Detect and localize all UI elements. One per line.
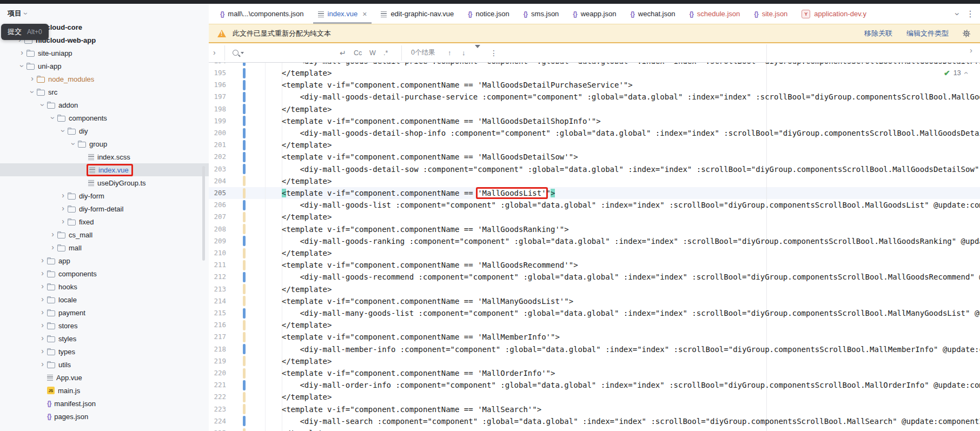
- chevron-expanded-icon[interactable]: ›: [18, 62, 26, 71]
- tree-scrollbar[interactable]: [202, 166, 205, 261]
- code-line-198[interactable]: </template>: [263, 103, 332, 115]
- tab-weapp-json[interactable]: {}weapp.json: [566, 4, 623, 24]
- vcs-change-marker[interactable]: [243, 272, 246, 282]
- vcs-change-marker[interactable]: [243, 428, 246, 431]
- chevron-collapsed-icon[interactable]: ›: [38, 334, 47, 342]
- code-line-220[interactable]: <template v-if="component.componentName …: [263, 367, 555, 379]
- chevron-collapsed-icon[interactable]: ›: [38, 269, 47, 277]
- tree-row-fixed[interactable]: ›fixed: [0, 215, 209, 228]
- tab-schedule-json[interactable]: {}schedule.json: [682, 4, 747, 24]
- code-line-203[interactable]: <diy-mall-goods-detail-sow :component="c…: [263, 163, 980, 175]
- chevron-collapsed-icon[interactable]: ›: [38, 256, 47, 264]
- tree-row-payment[interactable]: ›payment: [0, 306, 209, 319]
- tab-edit-graphic-nav-vue[interactable]: edit-graphic-nav.vue: [374, 4, 461, 24]
- chevron-collapsed-icon[interactable]: ›: [48, 230, 57, 238]
- vcs-change-marker[interactable]: [243, 392, 246, 402]
- vcs-change-marker[interactable]: [243, 416, 246, 426]
- code-line-195[interactable]: </template>: [263, 67, 332, 79]
- tree-row-components[interactable]: ›components: [0, 111, 209, 124]
- vcs-change-marker[interactable]: [243, 212, 246, 222]
- chevron-expanded-icon[interactable]: ›: [59, 127, 67, 136]
- tree-row-hooks[interactable]: ›hooks: [0, 280, 209, 293]
- code-line-212[interactable]: <diy-mall-goods-recommend :component="co…: [263, 271, 980, 283]
- expand-icon[interactable]: ›: [970, 46, 972, 54]
- filter-icon[interactable]: [475, 43, 480, 62]
- project-view-selector[interactable]: 项目 ›: [8, 7, 28, 20]
- tab-wechat-json[interactable]: {}wechat.json: [623, 4, 682, 24]
- tree-row-node-modules[interactable]: ›node_modules: [0, 72, 209, 85]
- vcs-change-marker[interactable]: [243, 332, 246, 342]
- words-toggle[interactable]: W: [369, 43, 376, 62]
- vcs-change-marker[interactable]: [243, 344, 246, 354]
- tab-list-dropdown-icon[interactable]: ›: [952, 12, 961, 15]
- chevron-collapsed-icon[interactable]: ›: [28, 75, 37, 82]
- vcs-change-marker[interactable]: [243, 140, 246, 150]
- regex-toggle[interactable]: .*: [383, 43, 388, 62]
- vcs-change-marker[interactable]: [243, 236, 246, 246]
- tab-index-vue[interactable]: index.vue×: [311, 4, 374, 24]
- tree-row-site-uniapp[interactable]: ›site-uniapp: [0, 47, 209, 59]
- chevron-collapsed-icon[interactable]: ›: [38, 308, 47, 316]
- tree-row-manifest-json[interactable]: {}manifest.json: [0, 397, 209, 410]
- chevron-collapsed-icon[interactable]: ›: [17, 49, 27, 56]
- code-line-223[interactable]: <template v-if="component.componentName …: [263, 403, 541, 415]
- chevron-collapsed-icon[interactable]: ›: [58, 204, 68, 212]
- vcs-change-marker[interactable]: [243, 176, 246, 186]
- edit-file-type-link[interactable]: 编辑文件类型: [906, 29, 949, 38]
- tab-application-dev-y[interactable]: Yapplication-dev.y: [794, 4, 873, 24]
- search-input[interactable]: [233, 43, 244, 62]
- vcs-change-marker[interactable]: [243, 188, 246, 198]
- code-line-206[interactable]: <diy-mall-goods-list :component="compone…: [263, 199, 980, 211]
- code-line-217[interactable]: <template v-if="component.componentName …: [263, 331, 560, 343]
- code-line-202[interactable]: <template v-if="component.componentName …: [263, 151, 578, 163]
- code-line-215[interactable]: <diy-mall-many-goods-list :component="co…: [263, 307, 980, 319]
- code-line-197[interactable]: <diy-mall-goods-detail-purchase-service …: [263, 91, 980, 103]
- code-line-218[interactable]: <diy-mall-member-info :component="compon…: [263, 343, 980, 355]
- vcs-change-marker[interactable]: [243, 200, 246, 210]
- code-line-225[interactable]: </template>: [263, 427, 332, 431]
- chevron-expanded-icon[interactable]: ›: [49, 114, 57, 123]
- code-line-208[interactable]: <template v-if="component.componentName …: [263, 223, 569, 235]
- vcs-change-marker[interactable]: [243, 92, 246, 102]
- code-line-200[interactable]: <diy-mall-goods-detail-shop-info :compon…: [263, 127, 980, 139]
- chevron-up-icon[interactable]: ›: [962, 72, 969, 75]
- tree-row-index-scss[interactable]: index.scss: [0, 150, 209, 163]
- chevron-collapsed-icon[interactable]: ›: [58, 217, 68, 225]
- chevron-expanded-icon[interactable]: ›: [29, 88, 36, 97]
- tree-row-locale[interactable]: ›locale: [0, 293, 209, 306]
- tree-row-cs-mall[interactable]: ›cs_mall: [0, 228, 209, 241]
- chevron-collapsed-icon[interactable]: ›: [38, 321, 47, 329]
- vcs-change-marker[interactable]: [243, 284, 246, 294]
- tree-row-addon[interactable]: ›addon: [0, 98, 209, 111]
- vcs-change-marker[interactable]: [243, 68, 246, 78]
- vcs-change-marker[interactable]: [243, 260, 246, 270]
- code-line-210[interactable]: </template>: [263, 247, 332, 259]
- chevron-collapsed-icon[interactable]: ›: [58, 191, 68, 199]
- vcs-change-marker[interactable]: [243, 308, 246, 319]
- gear-icon[interactable]: [963, 30, 970, 37]
- code-line-196[interactable]: <template v-if="component.componentName …: [263, 79, 633, 91]
- code-line-207[interactable]: </template>: [263, 211, 332, 223]
- more-options-icon[interactable]: ⋮: [490, 43, 498, 62]
- tree-row-mall[interactable]: ›mall: [0, 241, 209, 254]
- next-occurrence-button[interactable]: ↓: [462, 43, 466, 62]
- tab-mall-components-json[interactable]: {}mall\...\components.json: [213, 4, 311, 24]
- vcs-change-marker[interactable]: [243, 128, 246, 138]
- code-line-219[interactable]: </template>: [263, 355, 332, 367]
- chevron-collapsed-icon[interactable]: ›: [38, 360, 47, 368]
- vcs-change-marker[interactable]: [243, 80, 246, 90]
- vcs-change-marker[interactable]: [243, 63, 246, 66]
- chevron-expanded-icon[interactable]: ›: [39, 101, 47, 110]
- collapse-find-icon[interactable]: ›: [213, 43, 216, 62]
- vcs-change-marker[interactable]: [243, 368, 246, 379]
- tree-row-components[interactable]: ›components: [0, 267, 209, 280]
- tab-options-kebab-icon[interactable]: ⋮: [966, 9, 975, 19]
- tree-row-types[interactable]: ›types: [0, 345, 209, 358]
- match-case-toggle[interactable]: Cc: [354, 43, 362, 62]
- editor-area[interactable]: 194 <diy-mall-goods-detail-price :compon…: [209, 63, 980, 431]
- tab-notice-json[interactable]: {}notice.json: [461, 4, 517, 24]
- tree-row-app[interactable]: ›app: [0, 254, 209, 267]
- previous-occurrence-button[interactable]: ↑: [448, 43, 452, 62]
- code-line-205[interactable]: <template v-if="component.componentName …: [263, 187, 555, 199]
- tree-row-utils[interactable]: ›utils: [0, 358, 209, 371]
